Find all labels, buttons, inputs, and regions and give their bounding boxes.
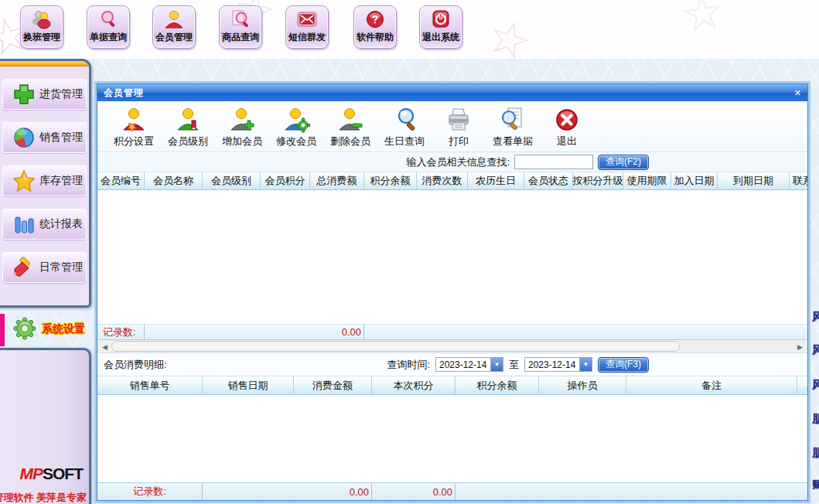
exit-system-button[interactable]: 退出系统	[419, 5, 462, 49]
member-star-icon	[120, 106, 148, 134]
power-icon	[429, 9, 452, 30]
toolbar-item-label: 会员级别	[168, 135, 208, 148]
column-header[interactable]: 积分余额	[456, 376, 539, 394]
member-level-button[interactable]: 会员级别	[163, 106, 213, 148]
date-from-value: 2023-12-14	[436, 359, 490, 370]
toolbar-button-label: 软件帮助	[357, 31, 394, 44]
sidebar-item-daily[interactable]: 日常管理	[2, 252, 87, 283]
member-search-input[interactable]	[514, 155, 593, 169]
scrollbar-thumb[interactable]	[111, 341, 680, 352]
sidebar-item-statistics[interactable]: 统计报表	[2, 209, 87, 240]
column-header[interactable]: 会员状态	[524, 172, 573, 189]
record-count-spacer	[145, 325, 310, 339]
query-time-label: 查询时间:	[387, 358, 430, 372]
record-count-amount: 0.00	[294, 483, 372, 500]
brush-icon	[12, 256, 36, 279]
column-header[interactable]: 销售单号	[97, 376, 203, 394]
member-search-button[interactable]: 查询(F2)	[598, 155, 649, 170]
birthday-query-button[interactable]: 生日查询	[380, 106, 429, 148]
column-header[interactable]: 加入日期	[671, 172, 718, 189]
gear-icon	[12, 316, 37, 343]
delete-member-button[interactable]: 删除会员	[326, 106, 375, 148]
column-header[interactable]: 销售日期	[203, 376, 294, 394]
column-header[interactable]: 操作员	[539, 376, 626, 394]
members-table-body	[97, 190, 807, 325]
panel-toolbar: 积分设置 会员级别 增加会员 修改会员 删除会员	[97, 101, 807, 152]
bar-chart-icon	[12, 213, 36, 236]
column-header[interactable]: 使用期限	[623, 172, 671, 189]
clipped-background-glyph: 朋具	[812, 412, 819, 424]
clipped-background-glyph: 风双	[812, 310, 819, 322]
left-sidebar: 进货管理 销售管理 库存管理 统计报表 日常管理	[0, 59, 91, 308]
column-header[interactable]: 消费次数	[417, 172, 468, 189]
sidebar-item-inventory[interactable]: 库存管理	[2, 165, 87, 196]
column-header[interactable]: 农历生日	[468, 172, 524, 189]
detail-table-header: 销售单号 销售日期 消费金额 本次积分 积分余额 操作员 备注 △	[97, 376, 807, 395]
members-table-header: 会员编号 会员名称 会员级别 会员积分 总消费额 积分余额 消费次数 农历生日 …	[97, 172, 807, 190]
member-search-row: 输入会员相关信息查找: 查询(F2)	[97, 152, 807, 172]
toolbar-item-label: 查看单据	[493, 135, 533, 148]
sidebar-item-purchase[interactable]: 进货管理	[2, 79, 87, 110]
record-count-spacer	[203, 483, 294, 500]
logo-mp-text: MP	[20, 465, 43, 482]
horizontal-scrollbar[interactable]: ◀ ▶	[97, 340, 807, 353]
column-header[interactable]: 会员名称	[145, 172, 203, 189]
sms-broadcast-button[interactable]: 短信群发	[285, 5, 329, 49]
member-management-button[interactable]: 会员管理	[152, 5, 196, 49]
member-remove-icon	[336, 106, 364, 134]
shift-management-button[interactable]: 换班管理	[20, 5, 63, 49]
scroll-left-icon[interactable]: ◀	[99, 341, 111, 352]
column-header[interactable]: 联系电话	[790, 172, 807, 189]
chevron-down-icon[interactable]: ▼	[579, 358, 592, 371]
sidebar-item-system-settings[interactable]: 系统设置	[0, 311, 101, 348]
column-header[interactable]: 消费金额	[294, 376, 372, 394]
column-header[interactable]: 备注	[626, 376, 797, 394]
column-header[interactable]: 本次积分	[372, 376, 456, 394]
exit-icon	[553, 106, 581, 134]
points-settings-button[interactable]: 积分设置	[109, 106, 159, 148]
sidebar-item-label: 日常管理	[39, 261, 83, 274]
record-count-value: 0.00	[310, 325, 364, 339]
date-to-picker[interactable]: 2023-12-14 ▼	[524, 357, 592, 372]
toolbar-item-label: 删除会员	[330, 135, 370, 148]
column-header[interactable]: 会员积分	[261, 172, 310, 189]
product-query-button[interactable]: 商品查询	[219, 5, 262, 49]
chevron-down-icon[interactable]: ▼	[490, 358, 503, 371]
toolbar-item-label: 打印	[449, 135, 469, 148]
add-member-button[interactable]: 增加会员	[217, 106, 267, 148]
sidebar-item-label: 统计报表	[39, 217, 83, 231]
consumption-detail-label: 会员消费明细:	[104, 358, 167, 372]
background-star-decoration: ☆	[677, 0, 729, 45]
column-header[interactable]: 按积分升级	[573, 172, 623, 189]
date-from-picker[interactable]: 2023-12-14 ▼	[435, 357, 503, 372]
detail-query-button[interactable]: 查询(F3)	[598, 357, 649, 373]
shift-people-icon	[30, 9, 53, 30]
member-management-panel: 会员管理 ✕ 积分设置 会员级别 增加会员 修改会员	[97, 83, 808, 501]
column-header[interactable]: 积分余额	[364, 172, 417, 189]
toolbar-item-label: 退出	[557, 135, 577, 148]
column-header[interactable]: 到期日期	[718, 172, 790, 189]
receipt-query-button[interactable]: 单据查询	[87, 5, 130, 49]
close-icon[interactable]: ✕	[794, 88, 801, 98]
toolbar-button-label: 单据查询	[90, 31, 127, 44]
help-icon: ?	[363, 9, 387, 30]
sidebar-item-label: 进货管理	[39, 87, 83, 101]
members-record-count-row: 记录数: 0.00	[97, 325, 807, 340]
scroll-right-icon[interactable]: ▶	[794, 341, 806, 352]
panel-titlebar: 会员管理 ✕	[97, 84, 807, 101]
sort-indicator-icon[interactable]: △	[797, 376, 807, 394]
edit-member-button[interactable]: 修改会员	[271, 106, 321, 148]
clipped-background-glyph: 风双	[812, 378, 819, 390]
clipped-background-glyph: 赋值	[812, 478, 819, 490]
software-help-button[interactable]: ? 软件帮助	[353, 5, 397, 49]
column-header[interactable]: 总消费额	[310, 172, 364, 189]
print-button[interactable]: 打印	[434, 106, 483, 148]
view-receipt-button[interactable]: 查看单据	[488, 106, 537, 148]
column-header[interactable]: 会员编号	[97, 172, 145, 189]
svg-text:?: ?	[372, 13, 379, 26]
green-plus-icon	[12, 83, 36, 106]
column-header[interactable]: 会员级别	[203, 172, 261, 189]
to-label: 至	[509, 358, 519, 372]
exit-button[interactable]: 退出	[542, 106, 592, 148]
sidebar-item-sales[interactable]: 销售管理	[2, 122, 87, 153]
